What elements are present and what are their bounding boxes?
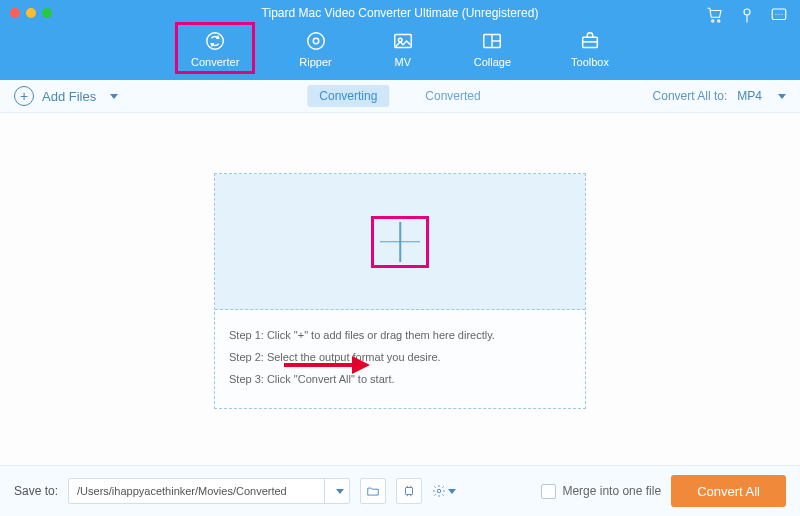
minimize-window-button[interactable] (26, 8, 36, 18)
convert-all-button[interactable]: Convert All (671, 475, 786, 507)
mv-icon (392, 30, 414, 52)
svg-point-4 (775, 14, 776, 15)
merge-checkbox[interactable]: Merge into one file (541, 484, 661, 499)
tab-label: Ripper (299, 56, 331, 68)
footer-bar: Save to: /Users/ihappyacethinker/Movies/… (0, 465, 800, 516)
svg-point-9 (313, 38, 319, 44)
main-tabs: Converter Ripper MV Collage Toolbox (0, 26, 800, 72)
checkbox-icon (541, 484, 556, 499)
svg-point-6 (781, 14, 782, 15)
svg-point-5 (778, 14, 779, 15)
tab-label: Collage (474, 56, 511, 68)
register-icon[interactable] (738, 6, 756, 27)
segment-converting[interactable]: Converting (307, 85, 389, 107)
chip-icon (402, 484, 416, 498)
drop-zone-top[interactable] (215, 174, 585, 310)
svg-marker-18 (352, 356, 370, 374)
app-title: Tipard Mac Video Converter Ultimate (Unr… (0, 0, 800, 20)
app-header: Tipard Mac Video Converter Ultimate (Unr… (0, 0, 800, 80)
collage-icon (481, 30, 503, 52)
svg-rect-19 (406, 488, 413, 495)
chevron-down-icon (448, 489, 456, 494)
annotation-arrow-icon (280, 353, 370, 377)
window-controls (10, 8, 52, 18)
save-path-value: /Users/ihappyacethinker/Movies/Converted (69, 485, 324, 497)
close-window-button[interactable] (10, 8, 20, 18)
open-folder-button[interactable] (360, 478, 386, 504)
convert-all-to-label: Convert All to: (653, 89, 728, 103)
chevron-down-icon[interactable] (110, 94, 118, 99)
toolbox-icon (579, 30, 601, 52)
folder-icon (366, 484, 380, 498)
svg-point-0 (712, 20, 714, 22)
status-segments: Converting Converted (307, 85, 492, 107)
ripper-icon (305, 30, 327, 52)
convert-all-to[interactable]: Convert All to: MP4 (653, 89, 786, 103)
add-files-label: Add Files (42, 89, 96, 104)
main-area: Step 1: Click "+" to add files or drag t… (0, 113, 800, 503)
tab-mv[interactable]: MV (386, 26, 420, 72)
tab-collage[interactable]: Collage (468, 26, 517, 72)
svg-point-24 (437, 489, 441, 493)
feedback-icon[interactable] (770, 6, 788, 27)
hardware-accel-button[interactable] (396, 478, 422, 504)
maximize-window-button[interactable] (42, 8, 52, 18)
chevron-down-icon (778, 94, 786, 99)
instruction-steps: Step 1: Click "+" to add files or drag t… (215, 310, 585, 408)
add-files-button[interactable]: + Add Files (14, 86, 118, 106)
save-path-field[interactable]: /Users/ihappyacethinker/Movies/Converted (68, 478, 350, 504)
drop-zone[interactable]: Step 1: Click "+" to add files or drag t… (214, 173, 586, 409)
tab-label: Toolbox (571, 56, 609, 68)
output-format-value: MP4 (737, 89, 762, 103)
tab-toolbox[interactable]: Toolbox (565, 26, 615, 72)
save-path-dropdown[interactable] (324, 479, 349, 503)
svg-point-1 (718, 20, 720, 22)
segment-converted[interactable]: Converted (413, 85, 492, 107)
step-1: Step 1: Click "+" to add files or drag t… (229, 324, 571, 346)
gear-icon (432, 484, 446, 498)
plus-circle-icon: + (14, 86, 34, 106)
annotation-highlight (175, 22, 255, 74)
svg-point-2 (744, 9, 750, 15)
header-actions (706, 6, 788, 27)
settings-button[interactable] (432, 479, 456, 503)
tab-ripper[interactable]: Ripper (293, 26, 337, 72)
tab-converter[interactable]: Converter (185, 26, 245, 72)
add-files-plus-icon[interactable] (380, 222, 420, 262)
sub-toolbar: + Add Files Converting Converted Convert… (0, 80, 800, 113)
svg-point-8 (307, 33, 324, 50)
chevron-down-icon (336, 489, 344, 494)
merge-label: Merge into one file (562, 484, 661, 498)
cart-icon[interactable] (706, 6, 724, 27)
save-to-label: Save to: (14, 484, 58, 498)
tab-label: MV (394, 56, 411, 68)
